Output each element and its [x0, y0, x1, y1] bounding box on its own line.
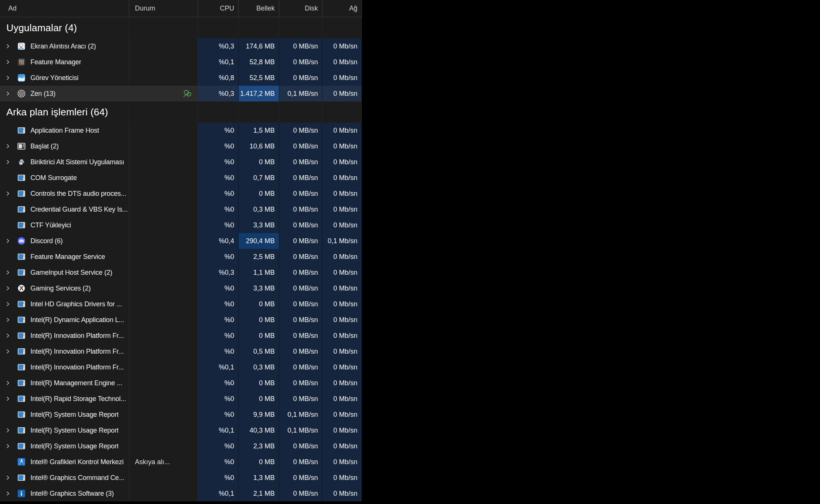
column-header-net[interactable]: Ağ: [322, 0, 362, 17]
process-row[interactable]: Biriktirici Alt Sistemi Uygulaması%00 MB…: [0, 154, 362, 170]
chevron-right-icon[interactable]: [5, 490, 17, 496]
status-cell: [129, 422, 198, 438]
section-header-spacer: [198, 101, 239, 123]
process-row[interactable]: COM Surrogate%00,7 MB0 MB/sn0 Mb/sn: [0, 170, 362, 186]
process-row[interactable]: Application Frame Host%01,5 MB0 MB/sn0 M…: [0, 123, 362, 138]
process-row[interactable]: Başlat (2)%010,6 MB0 MB/sn0 Mb/sn: [0, 138, 362, 154]
network-cell-value: 0 Mb/sn: [333, 395, 357, 403]
disk-cell-value: 0 MB/sn: [293, 269, 318, 277]
network-cell: 0 Mb/sn: [322, 486, 362, 501]
status-cell: [129, 328, 198, 344]
process-row[interactable]: Intel(R) Management Engine ...%00 MB0 MB…: [0, 375, 362, 391]
network-cell: 0 Mb/sn: [322, 170, 362, 186]
section-header-spacer: [322, 101, 362, 123]
memory-cell: 10,6 MB: [239, 138, 279, 154]
chevron-right-icon[interactable]: [5, 285, 17, 291]
column-header-label: Ad: [8, 5, 17, 12]
process-table: AdDurumCPUBellekDiskAğ Uygulamalar (4)Ek…: [0, 0, 362, 501]
network-cell-value: 0 Mb/sn: [333, 379, 357, 387]
memory-cell: 0 MB: [239, 375, 279, 391]
process-name-cell: Başlat (2): [0, 138, 129, 154]
process-row[interactable]: Intel(R) Innovation Platform Fr...%00,5 …: [0, 344, 362, 359]
process-name-cell: Intel(R) Innovation Platform Fr...: [0, 359, 129, 375]
process-row[interactable]: Gaming Services (2)%03,3 MB0 MB/sn0 Mb/s…: [0, 280, 362, 296]
network-cell: 0 Mb/sn: [322, 280, 362, 296]
process-row[interactable]: CTF Yükleyici%03,3 MB0 MB/sn0 Mb/sn: [0, 217, 362, 233]
chevron-right-icon[interactable]: [5, 475, 17, 481]
disk-cell-value: 0 MB/sn: [293, 74, 318, 82]
process-name-cell: Gaming Services (2): [0, 280, 129, 296]
disk-cell: 0 MB/sn: [279, 328, 322, 344]
chevron-right-icon[interactable]: [5, 301, 17, 307]
process-row[interactable]: GameInput Host Service (2)%0,31,1 MB0 MB…: [0, 265, 362, 280]
process-row[interactable]: Intel® Graphics Software (3)%0,12,1 MB0 …: [0, 486, 362, 501]
chevron-right-icon[interactable]: [5, 269, 17, 275]
chevron-placeholder: [5, 206, 17, 212]
network-cell-value: 0 Mb/sn: [333, 174, 357, 182]
process-row[interactable]: Intel(R) System Usage Report%02,3 MB0 MB…: [0, 438, 362, 454]
process-row[interactable]: Discord (6)%0,4290,4 MB0 MB/sn0,1 Mb/sn: [0, 233, 362, 249]
process-name-cell: Intel HD Graphics Drivers for ...: [0, 296, 129, 312]
network-cell: 0 Mb/sn: [322, 344, 362, 359]
column-header-label: CPU: [220, 5, 234, 12]
chevron-right-icon[interactable]: [5, 143, 17, 149]
disk-cell-value: 0 MB/sn: [293, 285, 318, 292]
cpu-cell-value: %0: [224, 253, 234, 261]
cpu-cell-value: %0: [224, 332, 234, 340]
chevron-right-icon[interactable]: [5, 348, 17, 354]
chevron-right-icon[interactable]: [5, 380, 17, 386]
memory-cell: 0,7 MB: [239, 170, 279, 186]
chevron-right-icon[interactable]: [5, 317, 17, 323]
network-cell-value: 0 Mb/sn: [333, 206, 357, 213]
disk-cell: 0 MB/sn: [279, 154, 322, 170]
column-header-cpu[interactable]: CPU: [198, 0, 239, 17]
cpu-cell-value: %0: [224, 190, 234, 198]
process-name: GameInput Host Service (2): [30, 269, 112, 277]
process-row[interactable]: Intel(R) Dynamic Application L...%00 MB0…: [0, 312, 362, 328]
column-header-name[interactable]: Ad: [0, 0, 129, 17]
chevron-right-icon[interactable]: [5, 427, 17, 433]
chevron-right-icon[interactable]: [5, 191, 17, 197]
chevron-right-icon[interactable]: [5, 333, 17, 339]
window-icon: [17, 474, 26, 482]
memory-cell: 1,3 MB: [239, 470, 279, 486]
process-row[interactable]: Intel(R) System Usage Report%0,140,3 MB0…: [0, 422, 362, 438]
process-row[interactable]: Intel(R) Innovation Platform Fr...%00 MB…: [0, 328, 362, 344]
chevron-right-icon[interactable]: [5, 59, 17, 65]
process-row[interactable]: Feature Manager Service%02,5 MB0 MB/sn0 …: [0, 249, 362, 265]
window-icon: [17, 347, 26, 356]
process-name: Intel(R) System Usage Report: [30, 427, 118, 434]
process-name: Intel(R) Innovation Platform Fr...: [30, 348, 124, 356]
memory-cell-value: 1,5 MB: [253, 127, 275, 135]
chevron-right-icon[interactable]: [5, 159, 17, 165]
chevron-right-icon[interactable]: [5, 396, 17, 402]
cpu-cell-value: %0,3: [219, 42, 234, 50]
chevron-right-icon[interactable]: [5, 443, 17, 449]
memory-cell: 0,5 MB: [239, 344, 279, 359]
column-header-mem[interactable]: Bellek: [239, 0, 279, 17]
process-row[interactable]: Intel(R) Innovation Platform Fr...%0,10,…: [0, 359, 362, 375]
process-row[interactable]: Intel(R) Rapid Storage Technol...%00 MB0…: [0, 391, 362, 407]
process-row[interactable]: Intel(R) System Usage Report%09,9 MB0,1 …: [0, 407, 362, 422]
column-header-disk[interactable]: Disk: [279, 0, 322, 17]
task-manager-icon: [17, 74, 26, 82]
chevron-right-icon[interactable]: [5, 43, 17, 49]
section-header-spacer: [239, 101, 279, 123]
process-row[interactable]: Feature Manager%0,152,8 MB0 MB/sn0 Mb/sn: [0, 54, 362, 70]
chevron-right-icon[interactable]: [5, 75, 17, 81]
window-icon: [17, 395, 26, 403]
process-row[interactable]: Intel HD Graphics Drivers for ...%00 MB0…: [0, 296, 362, 312]
process-row[interactable]: Ekran Alıntısı Aracı (2)%0,3174,6 MB0 MB…: [0, 38, 362, 54]
process-row[interactable]: Görev Yöneticisi%0,852,5 MB0 MB/sn0 Mb/s…: [0, 70, 362, 86]
chevron-right-icon[interactable]: [5, 91, 17, 97]
memory-cell-value: 0 MB: [259, 395, 275, 403]
process-row[interactable]: Intel® Graphics Command Ce...%01,3 MB0 M…: [0, 470, 362, 486]
cpu-cell: %0,1: [198, 54, 239, 70]
window-icon: [17, 426, 26, 434]
process-row[interactable]: Zen (13)%0,31.417,2 MB0,1 MB/sn0 Mb/sn: [0, 86, 362, 101]
process-row[interactable]: Credential Guard & VBS Key Is...%00,3 MB…: [0, 201, 362, 217]
process-row[interactable]: Controls the DTS audio proces...%00 MB0 …: [0, 186, 362, 201]
chevron-right-icon[interactable]: [5, 238, 17, 244]
process-row[interactable]: Intel® Grafikleri Kontrol MerkeziAskıya …: [0, 454, 362, 470]
column-header-status[interactable]: Durum: [129, 0, 198, 17]
